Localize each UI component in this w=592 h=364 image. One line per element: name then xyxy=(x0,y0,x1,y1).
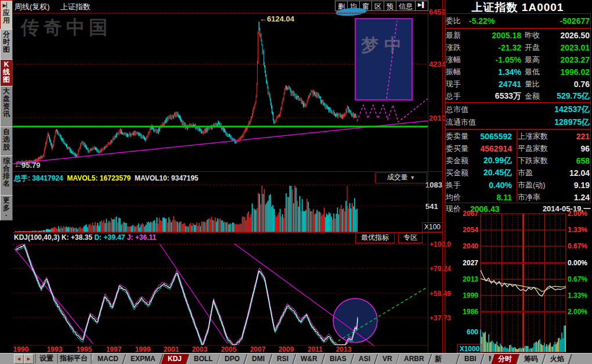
toolbar-tab-rsi[interactable]: RSI xyxy=(270,354,297,364)
value: 96 xyxy=(554,144,590,153)
toolbar-tab-bbi[interactable]: BBI xyxy=(457,354,485,364)
detail-row: 换手 0.40% 市盈(动) 9.19 xyxy=(446,179,590,191)
value: 5065592 xyxy=(476,132,512,141)
toolbar-tab-bias[interactable]: BIAS xyxy=(322,354,354,364)
sidebar-item-1[interactable]: ▶▏应用 xyxy=(0,0,13,30)
toolbar-tab-boll[interactable]: BOLL xyxy=(186,354,221,364)
tab-label: KDJ xyxy=(168,354,182,364)
main-ytick-6459: 6459 xyxy=(429,8,446,16)
toolbar-tab-新dma[interactable]: 新DMA xyxy=(429,354,460,364)
zone-button[interactable]: 专区 xyxy=(398,233,423,243)
kdj-chart[interactable]: 1990199319951997199920012003200520072009… xyxy=(13,244,428,353)
cap-row: 流通市值 128975亿 xyxy=(446,116,590,128)
settings-button[interactable]: 设置 xyxy=(35,354,58,363)
sidebar-item-5[interactable]: 自选股 xyxy=(0,127,13,156)
toolbar-tab-arbr[interactable]: ARBR xyxy=(397,354,432,364)
panel-tab-筹码[interactable]: 筹码 xyxy=(517,354,546,364)
titlebar-button-4[interactable]: 区 xyxy=(371,1,384,11)
kdj-header: KDJ(100,40,3) K: +38.35 D: +39.47 J: +36… xyxy=(14,233,156,242)
divider xyxy=(13,13,428,13)
main-ytick-2010: 2010 xyxy=(429,114,446,122)
indicator-platform-button[interactable]: 指标平台 xyxy=(57,354,92,363)
toolbar-tab-vr[interactable]: VR xyxy=(375,354,400,364)
trading-terminal: ▶▏应用分时图K线图大盘资讯自选股综合排名更多· 周线(复权) 上证指数 删均窗… xyxy=(0,0,592,364)
tab-label: 新DMA xyxy=(435,354,450,364)
svg-text:1.33%: 1.33% xyxy=(568,226,587,234)
value: 6533万 xyxy=(468,91,521,102)
label: 总手 xyxy=(446,91,468,102)
quote-row: 涨跌 -21.32 开盘 2023.01 xyxy=(446,41,590,53)
label: 市盈(动) xyxy=(518,180,554,190)
divider xyxy=(442,0,443,353)
svg-text:1990: 1990 xyxy=(13,345,29,353)
svg-text:1.33%: 1.33% xyxy=(568,291,587,300)
scroll-left-button[interactable]: ◄ xyxy=(14,354,24,364)
sidebar-item-char: 讯 xyxy=(1,110,12,118)
tab-label: RSI xyxy=(277,354,288,364)
detail-row: 委买量 4562914 平盘家数 96 xyxy=(446,142,590,154)
panel-tab-分时[interactable]: 分时 xyxy=(490,354,520,364)
label: 开盘 xyxy=(525,42,548,53)
quote-row: 振幅 1.34% 最低 1996.02 xyxy=(446,66,590,78)
toolbar-tab-w&r[interactable]: W&R xyxy=(294,354,326,364)
tab-label: VR xyxy=(382,354,392,364)
sidebar-item-3[interactable]: K线图 xyxy=(0,59,13,87)
titlebar-button-5[interactable]: 预 xyxy=(384,1,396,11)
panel-tab-火焰[interactable]: 火焰 xyxy=(543,354,572,364)
value: 529.75亿 xyxy=(548,91,590,102)
svg-text:2009: 2009 xyxy=(279,345,294,353)
intraday-mini-chart[interactable]: 20672054204020272013199919862.00%1.33%0.… xyxy=(445,210,592,353)
sidebar-item-7[interactable]: 更多· xyxy=(0,195,13,221)
detail-row: 均价 8.11 市净率 1.24 xyxy=(446,191,590,203)
svg-text:2054: 2054 xyxy=(463,226,478,234)
weibi-row: 委比 -5.22% -502677 xyxy=(446,15,590,27)
quote-row: 现手 24741 量比 0.76 xyxy=(446,78,590,90)
value: 1996.02 xyxy=(548,67,590,77)
left-arrow-icon: ◄ xyxy=(16,356,21,362)
toolbar-tab-dmi[interactable]: DMI xyxy=(245,354,273,364)
label: 总市值 xyxy=(446,104,468,115)
svg-text:0.00%: 0.00% xyxy=(568,259,587,267)
collapse-panel-button[interactable]: ▶▌ xyxy=(415,1,428,11)
value: 8.11 xyxy=(476,193,512,202)
toolbar-tab-kdj[interactable]: KDJ xyxy=(160,354,190,364)
svg-text:2005: 2005 xyxy=(221,345,237,353)
tab-label: 分时 xyxy=(498,354,512,364)
svg-text:2027: 2027 xyxy=(463,259,478,267)
svg-text:1995: 1995 xyxy=(77,345,92,353)
label: 振幅 xyxy=(446,67,468,77)
toolbar-tab-dpo[interactable]: DPO xyxy=(218,354,248,364)
volume-chart[interactable] xyxy=(13,185,428,233)
value: 221 xyxy=(554,132,590,141)
value: 0.76 xyxy=(548,80,590,89)
sidebar-item-6[interactable]: 综合排名 xyxy=(0,156,13,196)
label: 涨幅 xyxy=(446,55,468,65)
label: 最高 xyxy=(525,55,548,65)
toolbar-tab-asi[interactable]: ASI xyxy=(351,354,378,364)
value: 1.34% xyxy=(468,67,521,77)
zongshou-label: 总手: xyxy=(14,174,30,182)
chevron-down-icon: ▼ xyxy=(410,175,415,181)
label: 昨收 xyxy=(525,30,548,41)
cap-row: 总市值 142537亿 xyxy=(446,103,590,116)
titlebar-button-6[interactable]: 信息 xyxy=(396,1,416,11)
sidebar-item-char: 图 xyxy=(1,76,12,84)
toolbar-tab-expma[interactable]: EXPMA xyxy=(123,354,163,364)
bottom-toolbar: ◄ ► 设置 指标平台 MACDEXPMAKDJBOLLDPODMIRSIW&R… xyxy=(0,353,592,364)
indicator-dropdown[interactable]: 成交量 ▼ xyxy=(375,172,427,183)
label: 平盘家数 xyxy=(518,143,554,154)
label: 换手 xyxy=(446,180,476,190)
label: 卖金额 xyxy=(446,156,476,166)
best-indicator-button[interactable]: 最优指标 xyxy=(355,233,395,243)
value: -1.05% xyxy=(468,55,521,64)
value: -502677 xyxy=(514,16,590,26)
mavol10-label: MAVOL10: xyxy=(135,174,169,182)
divider xyxy=(13,232,442,233)
scroll-right-button[interactable]: ► xyxy=(24,354,34,364)
volume-unit-text: X100 xyxy=(424,223,441,231)
toolbar-tab-macd[interactable]: MACD xyxy=(92,354,127,364)
sidebar-item-4[interactable]: 大盘资讯 xyxy=(0,86,13,127)
value: 12.04 xyxy=(554,168,590,178)
label: 市盈 xyxy=(518,168,554,178)
sidebar-item-2[interactable]: 分时图 xyxy=(0,29,13,60)
